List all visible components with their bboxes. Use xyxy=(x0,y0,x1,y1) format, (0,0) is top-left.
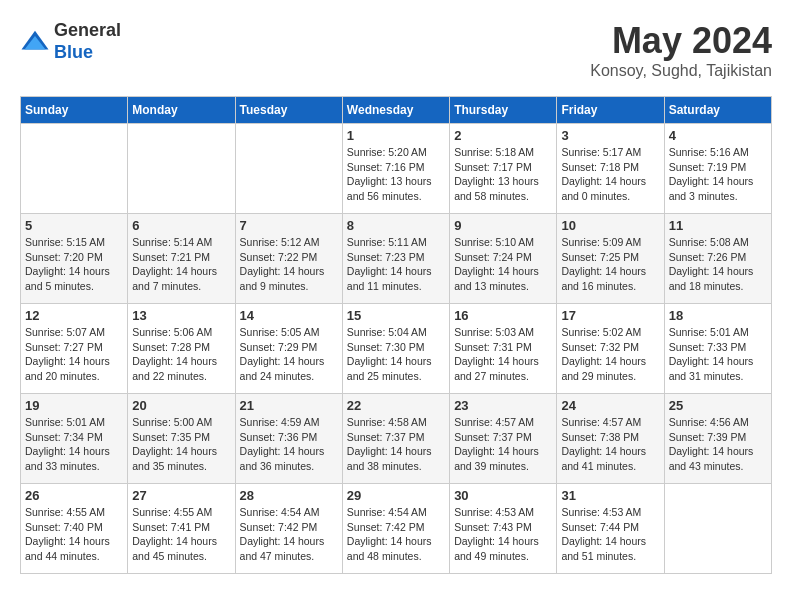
calendar-cell xyxy=(235,124,342,214)
day-detail: Sunrise: 5:15 AM Sunset: 7:20 PM Dayligh… xyxy=(25,235,123,294)
day-number: 15 xyxy=(347,308,445,323)
calendar-week-1: 1Sunrise: 5:20 AM Sunset: 7:16 PM Daylig… xyxy=(21,124,772,214)
day-detail: Sunrise: 4:55 AM Sunset: 7:41 PM Dayligh… xyxy=(132,505,230,564)
day-detail: Sunrise: 4:56 AM Sunset: 7:39 PM Dayligh… xyxy=(669,415,767,474)
day-number: 13 xyxy=(132,308,230,323)
calendar-cell: 20Sunrise: 5:00 AM Sunset: 7:35 PM Dayli… xyxy=(128,394,235,484)
day-detail: Sunrise: 5:04 AM Sunset: 7:30 PM Dayligh… xyxy=(347,325,445,384)
day-detail: Sunrise: 5:02 AM Sunset: 7:32 PM Dayligh… xyxy=(561,325,659,384)
day-number: 23 xyxy=(454,398,552,413)
day-detail: Sunrise: 5:00 AM Sunset: 7:35 PM Dayligh… xyxy=(132,415,230,474)
weekday-header-tuesday: Tuesday xyxy=(235,97,342,124)
day-number: 8 xyxy=(347,218,445,233)
day-detail: Sunrise: 5:16 AM Sunset: 7:19 PM Dayligh… xyxy=(669,145,767,204)
day-number: 7 xyxy=(240,218,338,233)
day-number: 3 xyxy=(561,128,659,143)
day-number: 20 xyxy=(132,398,230,413)
title-block: May 2024 Konsoy, Sughd, Tajikistan xyxy=(590,20,772,80)
calendar-cell: 5Sunrise: 5:15 AM Sunset: 7:20 PM Daylig… xyxy=(21,214,128,304)
calendar-cell: 1Sunrise: 5:20 AM Sunset: 7:16 PM Daylig… xyxy=(342,124,449,214)
day-detail: Sunrise: 5:03 AM Sunset: 7:31 PM Dayligh… xyxy=(454,325,552,384)
calendar-cell: 10Sunrise: 5:09 AM Sunset: 7:25 PM Dayli… xyxy=(557,214,664,304)
calendar-cell: 3Sunrise: 5:17 AM Sunset: 7:18 PM Daylig… xyxy=(557,124,664,214)
day-detail: Sunrise: 5:18 AM Sunset: 7:17 PM Dayligh… xyxy=(454,145,552,204)
calendar-week-2: 5Sunrise: 5:15 AM Sunset: 7:20 PM Daylig… xyxy=(21,214,772,304)
calendar-cell: 19Sunrise: 5:01 AM Sunset: 7:34 PM Dayli… xyxy=(21,394,128,484)
day-number: 19 xyxy=(25,398,123,413)
day-detail: Sunrise: 4:53 AM Sunset: 7:44 PM Dayligh… xyxy=(561,505,659,564)
day-number: 6 xyxy=(132,218,230,233)
day-detail: Sunrise: 5:11 AM Sunset: 7:23 PM Dayligh… xyxy=(347,235,445,294)
day-number: 14 xyxy=(240,308,338,323)
day-number: 10 xyxy=(561,218,659,233)
day-number: 2 xyxy=(454,128,552,143)
calendar-week-3: 12Sunrise: 5:07 AM Sunset: 7:27 PM Dayli… xyxy=(21,304,772,394)
day-number: 5 xyxy=(25,218,123,233)
day-number: 28 xyxy=(240,488,338,503)
day-number: 11 xyxy=(669,218,767,233)
day-number: 16 xyxy=(454,308,552,323)
calendar-cell: 26Sunrise: 4:55 AM Sunset: 7:40 PM Dayli… xyxy=(21,484,128,574)
calendar-cell: 14Sunrise: 5:05 AM Sunset: 7:29 PM Dayli… xyxy=(235,304,342,394)
day-number: 30 xyxy=(454,488,552,503)
day-number: 29 xyxy=(347,488,445,503)
calendar-cell xyxy=(128,124,235,214)
calendar-subtitle: Konsoy, Sughd, Tajikistan xyxy=(590,62,772,80)
logo: General Blue xyxy=(20,20,121,63)
day-number: 24 xyxy=(561,398,659,413)
day-number: 27 xyxy=(132,488,230,503)
calendar-cell: 24Sunrise: 4:57 AM Sunset: 7:38 PM Dayli… xyxy=(557,394,664,484)
calendar-cell: 16Sunrise: 5:03 AM Sunset: 7:31 PM Dayli… xyxy=(450,304,557,394)
day-detail: Sunrise: 5:09 AM Sunset: 7:25 PM Dayligh… xyxy=(561,235,659,294)
weekday-header-monday: Monday xyxy=(128,97,235,124)
day-number: 4 xyxy=(669,128,767,143)
logo-icon xyxy=(20,27,50,57)
day-detail: Sunrise: 5:01 AM Sunset: 7:33 PM Dayligh… xyxy=(669,325,767,384)
calendar-cell: 7Sunrise: 5:12 AM Sunset: 7:22 PM Daylig… xyxy=(235,214,342,304)
calendar-week-4: 19Sunrise: 5:01 AM Sunset: 7:34 PM Dayli… xyxy=(21,394,772,484)
day-number: 25 xyxy=(669,398,767,413)
calendar-cell xyxy=(21,124,128,214)
weekday-header-thursday: Thursday xyxy=(450,97,557,124)
day-number: 12 xyxy=(25,308,123,323)
day-number: 1 xyxy=(347,128,445,143)
calendar-cell: 22Sunrise: 4:58 AM Sunset: 7:37 PM Dayli… xyxy=(342,394,449,484)
calendar-cell: 2Sunrise: 5:18 AM Sunset: 7:17 PM Daylig… xyxy=(450,124,557,214)
calendar-cell: 21Sunrise: 4:59 AM Sunset: 7:36 PM Dayli… xyxy=(235,394,342,484)
day-detail: Sunrise: 5:07 AM Sunset: 7:27 PM Dayligh… xyxy=(25,325,123,384)
day-number: 9 xyxy=(454,218,552,233)
day-detail: Sunrise: 4:54 AM Sunset: 7:42 PM Dayligh… xyxy=(347,505,445,564)
day-number: 17 xyxy=(561,308,659,323)
calendar-cell: 18Sunrise: 5:01 AM Sunset: 7:33 PM Dayli… xyxy=(664,304,771,394)
calendar-cell: 29Sunrise: 4:54 AM Sunset: 7:42 PM Dayli… xyxy=(342,484,449,574)
day-number: 22 xyxy=(347,398,445,413)
weekday-header-saturday: Saturday xyxy=(664,97,771,124)
day-detail: Sunrise: 5:08 AM Sunset: 7:26 PM Dayligh… xyxy=(669,235,767,294)
day-number: 26 xyxy=(25,488,123,503)
day-detail: Sunrise: 5:20 AM Sunset: 7:16 PM Dayligh… xyxy=(347,145,445,204)
calendar-cell: 23Sunrise: 4:57 AM Sunset: 7:37 PM Dayli… xyxy=(450,394,557,484)
calendar-cell: 17Sunrise: 5:02 AM Sunset: 7:32 PM Dayli… xyxy=(557,304,664,394)
calendar-cell: 12Sunrise: 5:07 AM Sunset: 7:27 PM Dayli… xyxy=(21,304,128,394)
day-detail: Sunrise: 5:05 AM Sunset: 7:29 PM Dayligh… xyxy=(240,325,338,384)
calendar-table: SundayMondayTuesdayWednesdayThursdayFrid… xyxy=(20,96,772,574)
weekday-header-row: SundayMondayTuesdayWednesdayThursdayFrid… xyxy=(21,97,772,124)
logo-text: General Blue xyxy=(54,20,121,63)
calendar-week-5: 26Sunrise: 4:55 AM Sunset: 7:40 PM Dayli… xyxy=(21,484,772,574)
calendar-cell: 8Sunrise: 5:11 AM Sunset: 7:23 PM Daylig… xyxy=(342,214,449,304)
weekday-header-friday: Friday xyxy=(557,97,664,124)
calendar-cell: 15Sunrise: 5:04 AM Sunset: 7:30 PM Dayli… xyxy=(342,304,449,394)
calendar-cell: 30Sunrise: 4:53 AM Sunset: 7:43 PM Dayli… xyxy=(450,484,557,574)
day-detail: Sunrise: 5:10 AM Sunset: 7:24 PM Dayligh… xyxy=(454,235,552,294)
day-detail: Sunrise: 4:55 AM Sunset: 7:40 PM Dayligh… xyxy=(25,505,123,564)
calendar-cell xyxy=(664,484,771,574)
calendar-body: 1Sunrise: 5:20 AM Sunset: 7:16 PM Daylig… xyxy=(21,124,772,574)
calendar-cell: 13Sunrise: 5:06 AM Sunset: 7:28 PM Dayli… xyxy=(128,304,235,394)
day-detail: Sunrise: 4:53 AM Sunset: 7:43 PM Dayligh… xyxy=(454,505,552,564)
calendar-cell: 9Sunrise: 5:10 AM Sunset: 7:24 PM Daylig… xyxy=(450,214,557,304)
calendar-cell: 11Sunrise: 5:08 AM Sunset: 7:26 PM Dayli… xyxy=(664,214,771,304)
weekday-header-wednesday: Wednesday xyxy=(342,97,449,124)
day-detail: Sunrise: 5:14 AM Sunset: 7:21 PM Dayligh… xyxy=(132,235,230,294)
calendar-cell: 4Sunrise: 5:16 AM Sunset: 7:19 PM Daylig… xyxy=(664,124,771,214)
day-detail: Sunrise: 5:01 AM Sunset: 7:34 PM Dayligh… xyxy=(25,415,123,474)
